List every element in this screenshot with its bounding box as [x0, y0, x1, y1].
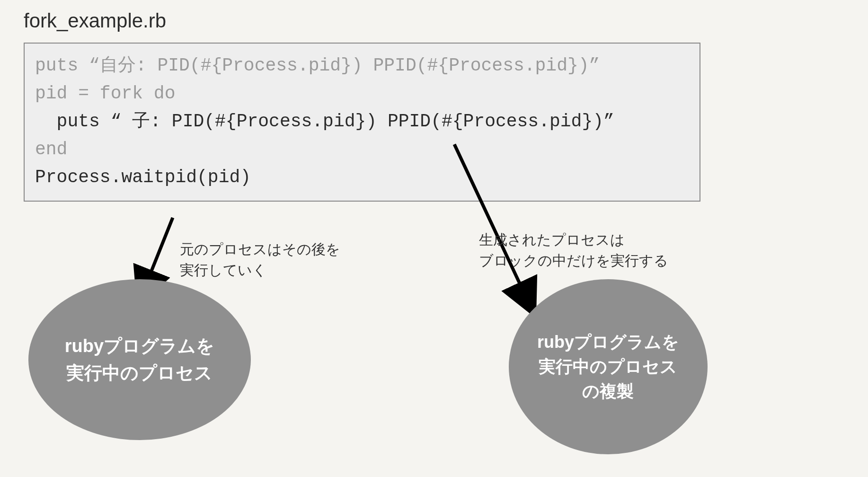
bubble-line: の複製 — [537, 379, 679, 404]
code-line-3: puts “ 子: PID(#{Process.pid}) PPID(#{Pro… — [35, 108, 689, 136]
code-line-5: Process.waitpid(pid) — [35, 164, 689, 192]
bubble-line: rubyプログラムを — [537, 330, 679, 354]
code-block: puts “自分: PID(#{Process.pid}) PPID(#{Pro… — [24, 43, 700, 202]
file-title: fork_example.rb — [24, 9, 166, 32]
note-line: 元のプロセスはその後を — [180, 239, 369, 260]
code-line-2: pid = fork do — [35, 80, 689, 108]
bubble-line: rubyプログラムを — [65, 333, 214, 360]
bubble-line: 実行中のプロセス — [537, 354, 679, 379]
process-bubble-copy: rubyプログラムを 実行中のプロセス の複製 — [509, 279, 708, 454]
note-forked-process: 生成されたプロセスは ブロックの中だけを実行する — [479, 230, 687, 271]
svg-line-0 — [144, 218, 173, 289]
bubble-line: 実行中のプロセス — [65, 360, 214, 387]
note-line: 生成されたプロセスは — [479, 230, 687, 250]
note-line: ブロックの中だけを実行する — [479, 250, 687, 271]
note-line: 実行していく — [180, 260, 369, 281]
note-original-process: 元のプロセスはその後を 実行していく — [180, 239, 369, 280]
code-line-4: end — [35, 136, 689, 164]
code-line-1: puts “自分: PID(#{Process.pid}) PPID(#{Pro… — [35, 52, 689, 80]
process-bubble-original: rubyプログラムを 実行中のプロセス — [28, 279, 251, 440]
